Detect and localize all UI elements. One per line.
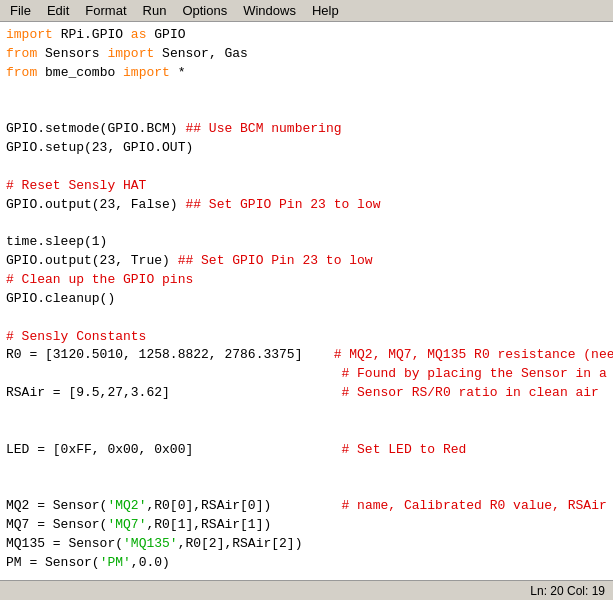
menu-windows[interactable]: Windows [235,1,304,20]
statusbar: Ln: 20 Col: 19 [0,580,613,600]
menu-file[interactable]: File [2,1,39,20]
menubar: File Edit Format Run Options Windows Hel… [0,0,613,22]
menu-help[interactable]: Help [304,1,347,20]
menu-edit[interactable]: Edit [39,1,77,20]
menu-run[interactable]: Run [135,1,175,20]
cursor-position: Ln: 20 Col: 19 [530,584,605,598]
menu-format[interactable]: Format [77,1,134,20]
code-content: import RPi.GPIO as GPIO from Sensors imp… [0,26,613,580]
menu-options[interactable]: Options [174,1,235,20]
code-editor[interactable]: import RPi.GPIO as GPIO from Sensors imp… [0,22,613,580]
